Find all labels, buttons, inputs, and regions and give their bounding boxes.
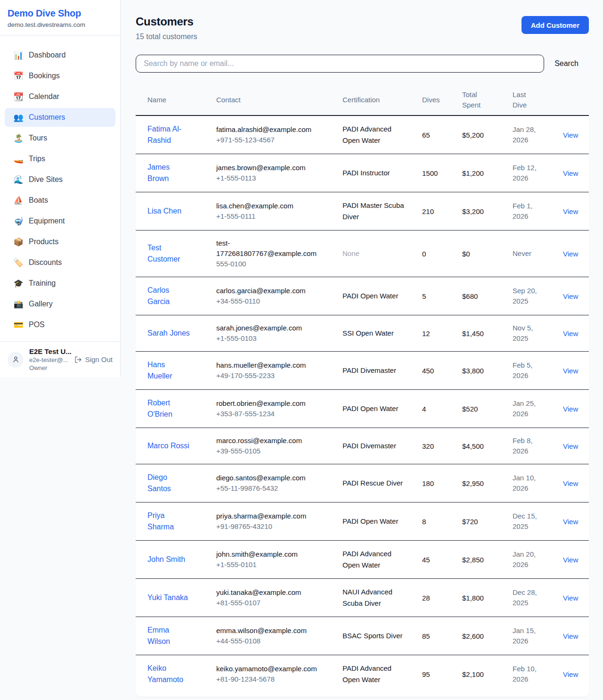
add-customer-button[interactable]: Add Customer — [522, 16, 589, 34]
customer-phone: +55-11-99876-5432 — [216, 483, 325, 494]
customer-email: test-1772681807767@example.com — [216, 238, 325, 259]
sign-out-label: Sign Out — [85, 355, 113, 363]
customer-name-link[interactable]: Robert O'Brien — [147, 399, 172, 418]
customer-name-link[interactable]: Fatima Al-Rashid — [147, 125, 181, 144]
customer-last-dive: Feb 1, 2026 — [501, 192, 551, 231]
sidebar-item-tours[interactable]: 🏝️ Tours — [5, 129, 115, 148]
column-header-last-dive: Last Dive — [501, 85, 551, 115]
sidebar-item-dive-sites[interactable]: 🌊 Dive Sites — [5, 170, 115, 189]
customer-name-link[interactable]: Keiko Yamamoto — [147, 664, 183, 684]
camera-flash-icon: 📸 — [13, 299, 24, 309]
customer-row: Marco Rossi marco.rossi@example.com +39-… — [136, 428, 589, 464]
customer-phone: +81-90-1234-5678 — [216, 674, 325, 684]
customer-total-spent: $4,500 — [450, 428, 501, 464]
customer-row: Lisa Chen lisa.chen@example.com +1-555-0… — [136, 192, 589, 231]
speedboat-icon: 🚤 — [13, 154, 24, 164]
view-link[interactable]: View — [563, 131, 578, 139]
customer-certification: PADI Advanced Open Water — [342, 125, 391, 144]
view-link[interactable]: View — [563, 367, 578, 375]
customer-name-link[interactable]: James Brown — [147, 163, 170, 182]
customer-email: john.smith@example.com — [216, 549, 325, 560]
view-link[interactable]: View — [563, 594, 578, 602]
diving-mask-icon: 🤿 — [13, 216, 24, 226]
customer-certification: SSI Open Water — [342, 329, 394, 337]
view-link[interactable]: View — [563, 207, 578, 215]
customer-name-link[interactable]: Marco Rossi — [147, 442, 189, 450]
view-link[interactable]: View — [563, 405, 578, 413]
customer-name-link[interactable]: Yuki Tanaka — [147, 593, 188, 601]
column-header-dives: Dives — [410, 85, 450, 115]
sidebar-item-discounts[interactable]: 🏷️ Discounts — [5, 253, 115, 272]
customer-table-body: Fatima Al-Rashid fatima.alrashid@example… — [136, 115, 589, 693]
customer-certification: PADI Advanced Open Water — [342, 550, 391, 569]
customer-phone: +1-555-0103 — [216, 333, 325, 344]
customers-table: Name Contact Certification Dives Total S… — [136, 85, 589, 693]
customer-last-dive: Dec 15, 2025 — [501, 502, 551, 541]
view-link[interactable]: View — [563, 479, 578, 487]
customer-dives: 28 — [410, 579, 450, 617]
customer-certification: PADI Open Water — [342, 292, 398, 300]
customer-name-link[interactable]: Emma Wilson — [147, 626, 170, 645]
view-link[interactable]: View — [563, 329, 578, 338]
sidebar-item-equipment[interactable]: 🤿 Equipment — [5, 212, 115, 231]
customer-email: yuki.tanaka@example.com — [216, 587, 325, 598]
customer-row: Priya Sharma priya.sharma@example.com +9… — [136, 502, 589, 541]
customer-total-spent: $3,800 — [450, 352, 501, 390]
customer-dives: 1500 — [410, 154, 450, 192]
view-link[interactable]: View — [563, 442, 578, 450]
search-input[interactable] — [136, 55, 544, 73]
view-link[interactable]: View — [563, 169, 578, 177]
island-icon: 🏝️ — [13, 133, 24, 143]
customer-name-link[interactable]: Diego Santos — [147, 473, 171, 493]
sidebar-item-training[interactable]: 🎓 Training — [5, 274, 115, 293]
customer-certification: PADI Rescue Diver — [342, 479, 403, 487]
user-avatar — [8, 352, 24, 368]
sidebar-item-bookings[interactable]: 📅 Bookings — [5, 66, 115, 85]
customer-name-link[interactable]: Sarah Jones — [147, 329, 190, 337]
sidebar-item-calendar[interactable]: 📆 Calendar — [5, 87, 115, 106]
sidebar-item-gallery[interactable]: 📸 Gallery — [5, 295, 115, 313]
customer-last-dive: Feb 8, 2026 — [501, 428, 551, 464]
customer-name-link[interactable]: Hans Mueller — [147, 361, 172, 380]
user-role: Owner — [29, 364, 69, 371]
customer-last-dive: Jan 28, 2026 — [501, 115, 551, 154]
sidebar-item-boats[interactable]: ⛵ Boats — [5, 191, 115, 210]
calendar-icon: 📅 — [13, 71, 24, 81]
view-link[interactable]: View — [563, 556, 578, 564]
view-link[interactable]: View — [563, 250, 578, 258]
customer-email: emma.wilson@example.com — [216, 626, 325, 636]
customer-name-link[interactable]: Priya Sharma — [147, 511, 174, 531]
sidebar-item-trips[interactable]: 🚤 Trips — [5, 149, 115, 168]
sidebar-item-products[interactable]: 📦 Products — [5, 232, 115, 251]
customer-name-link[interactable]: Carlos Garcia — [147, 286, 170, 305]
sign-out-button[interactable]: Sign Out — [74, 355, 113, 363]
customer-dives: 85 — [410, 617, 450, 655]
bar-chart-icon: 📊 — [13, 50, 24, 60]
customer-email: marco.rossi@example.com — [216, 436, 325, 446]
customer-certification: PADI Divemaster — [342, 442, 396, 450]
view-link[interactable]: View — [563, 632, 578, 640]
view-link[interactable]: View — [563, 670, 578, 678]
sidebar-header: Demo Dive Shop demo.test.divestreams.com — [0, 0, 120, 35]
customer-email: fatima.alrashid@example.com — [216, 124, 325, 135]
view-link[interactable]: View — [563, 518, 578, 526]
customer-phone: 555-0100 — [216, 259, 325, 269]
search-button[interactable]: Search — [544, 59, 589, 68]
customer-last-dive: Dec 28, 2025 — [501, 579, 551, 617]
sidebar-item-customers[interactable]: 👥 Customers — [5, 108, 115, 127]
customer-name-link[interactable]: John Smith — [147, 555, 185, 563]
customer-name-link[interactable]: Lisa Chen — [147, 207, 181, 215]
sidebar-item-pos[interactable]: 💳 POS — [5, 315, 115, 334]
customer-row: Diego Santos diego.santos@example.com +5… — [136, 464, 589, 502]
column-header-total-spent: Total Spent — [450, 85, 501, 115]
customer-total-spent: $2,850 — [450, 541, 501, 579]
view-link[interactable]: View — [563, 292, 578, 300]
sidebar-item-dashboard[interactable]: 📊 Dashboard — [5, 46, 115, 65]
customer-last-dive: Never — [501, 231, 551, 277]
customer-name-link[interactable]: Test Customer — [147, 244, 180, 263]
customer-row: Hans Mueller hans.mueller@example.com +4… — [136, 352, 589, 390]
customer-dives: 5 — [410, 277, 450, 315]
customer-phone: +353-87-555-1234 — [216, 409, 325, 419]
sailboat-icon: ⛵ — [13, 196, 24, 206]
user-info: E2E Test U... e2e-tester@... Owner — [29, 347, 69, 371]
